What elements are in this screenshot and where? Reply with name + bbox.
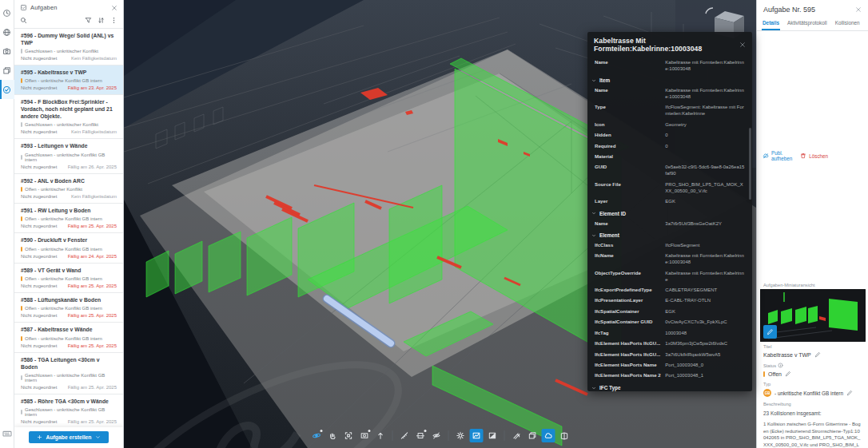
properties-panel-title: Kabeltrasse Mit Formteilen:Kabelrinne:10… <box>594 37 739 53</box>
task-card-591[interactable]: #591 - RW Leitung v BodenOffen - unkriti… <box>14 204 123 233</box>
property-label: Icon <box>595 121 665 128</box>
tab-details[interactable]: Details <box>762 18 780 30</box>
task-card-593[interactable]: #593 - Leitungen v WändeGeschlossen - un… <box>14 139 123 173</box>
task-status-label: Geschlossen - unkritischer Konflikt <box>25 49 98 54</box>
edit-title-icon[interactable] <box>814 351 821 358</box>
toolbar-measure-icon[interactable] <box>397 429 411 442</box>
task-due-date: Kein Fälligkeitsdatum <box>71 56 117 61</box>
property-label: IfcPresentationLayer <box>595 297 665 303</box>
toolbar-orbit-icon[interactable] <box>309 429 323 442</box>
property-value: 3a7t6r5Utf3BnsGeOatK2Y <box>665 220 745 227</box>
task-due-date: Fällig am 25. Apr. 2025 <box>68 419 117 424</box>
toolbar-contrast-icon[interactable] <box>485 429 499 442</box>
property-section[interactable]: Element ID <box>587 207 752 218</box>
property-section[interactable]: Element <box>587 228 752 240</box>
toolbar-ghost-icon[interactable] <box>509 429 523 442</box>
property-label: IfcElement HasPorts Name 2 <box>595 372 665 379</box>
info-icon <box>778 363 783 368</box>
task-card-589[interactable]: #589 - VT Gerät v WandOffen - unkritisch… <box>14 264 123 293</box>
delete-button[interactable]: Löschen <box>800 153 828 159</box>
unpublish-button[interactable]: Publ. aufheben <box>762 150 792 161</box>
property-label: IfcTag <box>595 330 665 336</box>
property-row: IfcSpatialContainerEGK <box>587 306 752 316</box>
close-properties-icon[interactable] <box>739 42 746 48</box>
properties-scrollbar[interactable] <box>749 128 751 200</box>
property-label: Material <box>595 153 665 160</box>
toolbar-pan-icon[interactable] <box>325 429 339 442</box>
kebab-menu-icon[interactable] <box>110 17 117 24</box>
elevation-icon <box>472 431 480 440</box>
edit-type-icon[interactable] <box>846 390 853 396</box>
property-row: IfcElement HasPorts IfcGU...3a7t6UkfHRqa… <box>587 349 752 359</box>
property-label: Name <box>595 87 665 100</box>
task-card-592[interactable]: #592 - ANL v Boden ARCOffen - unkritisch… <box>14 174 123 204</box>
property-value: Geometry <box>665 121 745 128</box>
status-color-bar <box>21 336 22 341</box>
details-kebab-icon[interactable] <box>832 36 868 276</box>
rail-item-layers[interactable] <box>0 61 14 80</box>
measure-icon <box>400 431 408 440</box>
edit-status-icon[interactable] <box>785 371 791 377</box>
rail-item-check-circle[interactable] <box>0 80 14 99</box>
task-meta: Nicht zugeordnetFällig am 25. Apr. 2025 <box>21 385 117 390</box>
rail-item-camera[interactable] <box>0 42 14 61</box>
property-section[interactable]: IFC Type <box>587 381 752 391</box>
property-value: 0 <box>665 132 745 138</box>
property-row: IfcElement HasPorts NamePort_10003048_0 <box>587 359 752 370</box>
property-row: Name3a7t6r5Utf3BnsGeOatK2Y <box>587 218 752 228</box>
rail-item-history[interactable] <box>0 3 14 22</box>
task-card-596[interactable]: #596 - Dummy Wege/ Solid (ANL) vs TWPGes… <box>14 29 123 65</box>
status-color-bar <box>21 410 22 414</box>
tab-aktivitätsprotokoll[interactable]: Aktivitätsprotokoll <box>786 18 828 30</box>
task-card-586[interactable]: #586 - TGA Leitungen <30cm v BodenGeschl… <box>14 353 123 394</box>
toolbar-layers-icon[interactable] <box>525 429 539 442</box>
property-label: IfcClass <box>595 242 665 248</box>
toolbar-divider <box>504 430 504 441</box>
task-card-594[interactable]: #594 - F BlockBox Frei:Sprinkler - Vorda… <box>14 95 123 139</box>
property-value: PRO_SHO_BIM_LP5_TGA_MOK_XXX_00500_00_V.i… <box>665 181 745 194</box>
property-section[interactable]: Item <box>587 73 752 85</box>
task-assignee: Nicht zugeordnet <box>21 283 57 288</box>
task-card-590[interactable]: #590 - Druckluft v FensterOffen - unkrit… <box>14 233 123 263</box>
toolbar-section-icon[interactable] <box>413 429 427 442</box>
task-card-588[interactable]: #588 - Lüftungskanäle v BodenOffen - unk… <box>14 293 123 323</box>
close-details-icon[interactable] <box>855 6 862 13</box>
task-status-label: Offen - unkritische Konflikt GB intern <box>25 216 102 221</box>
close-tasks-panel-icon[interactable] <box>111 5 117 11</box>
edit-thumbnail-button[interactable] <box>763 325 777 339</box>
description-intro: 23 Kollisionen insgesamt: <box>763 410 862 416</box>
property-row: IconGeometry <box>587 119 752 129</box>
toolbar-elevation-icon[interactable] <box>469 429 483 442</box>
task-title: #587 - Kabeltrasse v Wände <box>21 327 117 334</box>
toolbar-walk-icon[interactable] <box>373 429 387 442</box>
property-label: IfcExportPredefinedType <box>595 287 665 293</box>
toolbar-fit-icon[interactable] <box>341 429 355 442</box>
create-task-button[interactable]: Aufgabe erstellen <box>29 431 108 443</box>
sort-icon[interactable] <box>98 17 105 24</box>
task-meta: Nicht zugeordnetFällig am 24. Apr. 2025 <box>21 254 117 259</box>
property-value: Kabeltrasse mit Formteilen:Kabelrinne:10… <box>665 59 745 72</box>
property-row: NameKabeltrasse mit Formteilen:Kabelrinn… <box>587 57 752 73</box>
property-row: TypeIfcFlowSegment: Kabeltrasse mit Form… <box>587 102 752 119</box>
toolbar-settings-icon[interactable] <box>453 429 467 442</box>
task-assignee: Nicht zugeordnet <box>21 224 57 228</box>
toolbar-map-icon[interactable] <box>557 429 571 442</box>
task-due-date: Fällig am 26. Apr. 2025 <box>68 165 117 169</box>
property-label: Type <box>595 104 665 117</box>
task-card-595[interactable]: #595 - Kabeltrasse v TWPOffen - unkritis… <box>14 65 123 95</box>
rail-item-keyboard[interactable] <box>0 424 14 443</box>
screenshot-icon <box>360 431 368 440</box>
toolbar-cloud-icon[interactable] <box>541 429 555 442</box>
rail-item-globe[interactable] <box>0 22 14 42</box>
toolbar-screenshot-icon[interactable] <box>357 429 371 442</box>
task-card-585[interactable]: #585 - Röhre TGA <30cm v WändeGeschlosse… <box>14 394 123 429</box>
task-card-587[interactable]: #587 - Kabeltrasse v WändeOffen - unkrit… <box>14 323 123 352</box>
toolbar-hide-icon[interactable] <box>429 429 443 442</box>
filter-icon[interactable] <box>85 17 92 24</box>
type-field-label: Typ <box>757 379 868 388</box>
tab-kollisionen[interactable]: Kollisionen <box>834 18 861 30</box>
search-icon[interactable] <box>20 17 27 24</box>
properties-panel: Kabeltrasse Mit Formteilen:Kabelrinne:10… <box>587 32 752 391</box>
chevron-down-icon <box>95 434 101 440</box>
section-icon <box>416 431 424 440</box>
